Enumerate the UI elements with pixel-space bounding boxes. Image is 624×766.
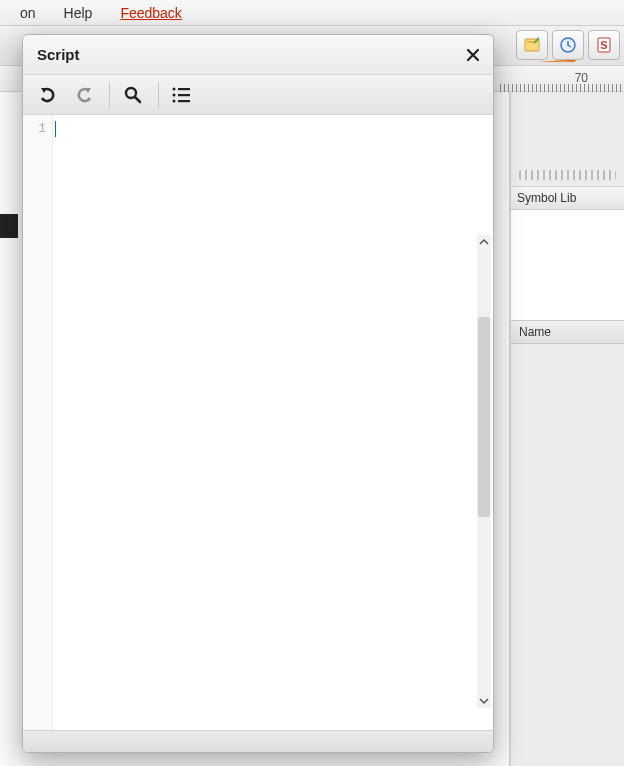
toolbar-separator — [158, 82, 159, 108]
ruler-ticks — [500, 84, 624, 92]
close-icon — [466, 48, 480, 62]
svg-marker-8 — [85, 88, 91, 93]
script-dialog: Script — [22, 34, 494, 753]
form-icon — [523, 36, 541, 54]
svg-rect-12 — [178, 88, 190, 90]
panel-header-symbol-library[interactable]: Symbol Lib — [511, 186, 624, 210]
svg-point-13 — [173, 93, 176, 96]
dialog-toolbar — [23, 75, 493, 115]
panel-grip[interactable] — [519, 170, 616, 180]
editor-caret — [55, 121, 56, 137]
scroll-down-arrow[interactable] — [477, 694, 491, 708]
toolbar-form-button[interactable] — [516, 30, 548, 60]
menubar: on Help Feedback — [0, 0, 624, 26]
editor-scrollbar[interactable] — [477, 235, 491, 708]
dialog-titlebar[interactable]: Script — [23, 35, 493, 75]
line-number-1: 1 — [23, 121, 46, 136]
list-menu-button[interactable] — [165, 79, 199, 111]
script-s-icon: S — [595, 36, 613, 54]
menu-item-help[interactable]: Help — [50, 1, 107, 25]
menu-item-feedback[interactable]: Feedback — [106, 1, 195, 25]
svg-text:S: S — [600, 39, 607, 51]
close-button[interactable] — [463, 45, 483, 65]
clock-icon — [559, 36, 577, 54]
undo-button[interactable] — [31, 79, 65, 111]
svg-rect-16 — [178, 100, 190, 102]
redo-button[interactable] — [67, 79, 101, 111]
chevron-down-icon — [479, 696, 489, 706]
scroll-track[interactable] — [477, 249, 491, 694]
dialog-footer — [23, 730, 493, 752]
toolbar-script-button[interactable]: S — [588, 30, 620, 60]
toolbar-clock-button[interactable] — [552, 30, 584, 60]
search-icon — [123, 85, 143, 105]
right-panel: Symbol Lib Name — [510, 92, 624, 766]
svg-point-11 — [173, 87, 176, 90]
svg-rect-14 — [178, 94, 190, 96]
scroll-up-arrow[interactable] — [477, 235, 491, 249]
panel-column-name[interactable]: Name — [511, 320, 624, 344]
svg-point-15 — [173, 99, 176, 102]
ruler-tick-70: 70 — [575, 71, 588, 85]
panel-content-area[interactable] — [511, 210, 624, 320]
list-menu-icon — [171, 85, 193, 105]
toolbar-separator — [109, 82, 110, 108]
find-button[interactable] — [116, 79, 150, 111]
undo-icon — [37, 84, 59, 106]
chevron-up-icon — [479, 237, 489, 247]
redo-icon — [73, 84, 95, 106]
svg-line-10 — [135, 97, 140, 102]
scroll-thumb[interactable] — [478, 317, 490, 517]
dialog-title: Script — [37, 46, 463, 63]
line-gutter: 1 — [23, 115, 53, 730]
code-input[interactable] — [53, 115, 493, 730]
svg-marker-7 — [41, 88, 47, 93]
left-fragment — [0, 214, 18, 238]
editor-area: 1 — [23, 115, 493, 730]
menu-item-partial[interactable]: on — [6, 1, 50, 25]
